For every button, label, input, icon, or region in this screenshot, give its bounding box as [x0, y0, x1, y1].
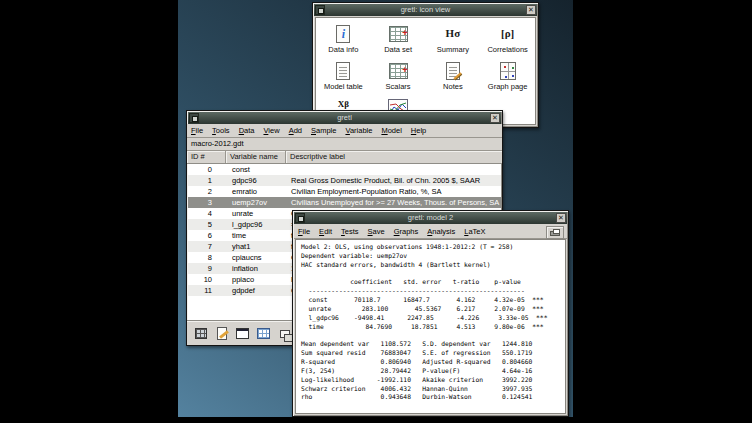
main-menubar: FileToolsDataViewAddSampleVariableModelH…: [187, 124, 502, 138]
menu-item[interactable]: Add: [289, 126, 302, 135]
main-titlebar[interactable]: gretl ✕: [188, 112, 501, 124]
menu-item[interactable]: Edit: [319, 227, 332, 236]
column-header-id[interactable]: ID #: [187, 151, 226, 163]
data-info-icon: i: [336, 23, 350, 44]
icon-view-titlebar[interactable]: gretl: icon view ✕: [314, 4, 537, 16]
session-icon-graph-page[interactable]: Graph page: [480, 60, 535, 97]
graph-page-icon: [500, 60, 516, 81]
session-icon-summary[interactable]: Hσ Summary: [426, 23, 481, 60]
table-row[interactable]: 2 emratio Civilian Employment-Population…: [188, 186, 501, 197]
menu-item[interactable]: Help: [411, 126, 426, 135]
window-title: gretl: icon view: [326, 4, 525, 16]
new-script-icon[interactable]: [214, 326, 229, 341]
column-header-label[interactable]: Descriptive label: [286, 151, 502, 163]
summary-icon: Hσ: [446, 23, 461, 44]
column-header-name[interactable]: Variable name: [226, 151, 286, 163]
session-icon-scalars[interactable]: Scalars: [371, 60, 426, 97]
regression-output: Model 2: OLS, using observations 1948:1-…: [301, 243, 565, 402]
session-icon-grid: i Data info Data set Hσ Summary [ρ] Corr…: [315, 17, 536, 125]
menu-item[interactable]: View: [263, 126, 279, 135]
model-titlebar[interactable]: gretl: model 2 ✕: [294, 212, 567, 224]
menu-item[interactable]: File: [191, 126, 203, 135]
correlations-icon: [ρ]: [501, 23, 514, 44]
calculator-icon[interactable]: [193, 326, 208, 341]
print-icon[interactable]: [546, 226, 564, 239]
menu-item[interactable]: Analysis: [427, 227, 455, 236]
session-icon-notes[interactable]: Notes: [426, 60, 481, 97]
menu-item[interactable]: Save: [368, 227, 385, 236]
table-row[interactable]: 3 uemp27ov Civilians Unemployed for >= 2…: [188, 197, 501, 208]
session-view-icon[interactable]: [277, 326, 292, 341]
window-menu-button[interactable]: [315, 5, 325, 15]
table-row[interactable]: 0 const: [188, 164, 501, 175]
session-icon-model-table[interactable]: Model table: [316, 60, 371, 97]
menu-item[interactable]: Tests: [341, 227, 359, 236]
menu-item[interactable]: Model: [381, 126, 401, 135]
menu-item[interactable]: Sample: [311, 126, 336, 135]
menu-item[interactable]: File: [298, 227, 310, 236]
menu-item[interactable]: Graphs: [394, 227, 419, 236]
window-title: gretl: model 2: [306, 212, 555, 224]
menu-item[interactable]: Tools: [212, 126, 230, 135]
console-icon[interactable]: [235, 326, 250, 341]
window-menu-button[interactable]: [295, 213, 305, 223]
model-output-panel: Model 2: OLS, using observations 1948:1-…: [295, 239, 566, 414]
model-menubar: FileEditTestsSaveGraphsAnalysisLaTeX: [294, 224, 567, 239]
session-icon-correlations[interactable]: [ρ] Correlations: [480, 23, 535, 60]
spreadsheet-icon[interactable]: [256, 326, 271, 341]
close-icon[interactable]: ✕: [526, 5, 536, 15]
table-row[interactable]: 1 gdpc96 Real Gross Domestic Product, Bi…: [188, 175, 501, 186]
menu-item[interactable]: LaTeX: [464, 227, 485, 236]
model-window: gretl: model 2 ✕ FileEditTestsSaveGraphs…: [292, 210, 569, 417]
menu-item[interactable]: Data: [239, 126, 255, 135]
scalars-icon: [389, 60, 408, 81]
dataset-filename: macro-2012.gdt: [187, 138, 502, 151]
menu-item[interactable]: Variable: [345, 126, 372, 135]
session-icon-data-set[interactable]: Data set: [371, 23, 426, 60]
model-table-icon: [336, 60, 350, 81]
close-icon[interactable]: ✕: [490, 113, 500, 123]
data-set-icon: [389, 23, 408, 44]
close-icon[interactable]: ✕: [556, 213, 566, 223]
session-icon-data-info[interactable]: i Data info: [316, 23, 371, 60]
notes-icon: [446, 60, 460, 81]
window-title: gretl: [200, 112, 489, 124]
variable-table-header: ID # Variable name Descriptive label: [187, 151, 502, 164]
window-menu-button[interactable]: [189, 113, 199, 123]
